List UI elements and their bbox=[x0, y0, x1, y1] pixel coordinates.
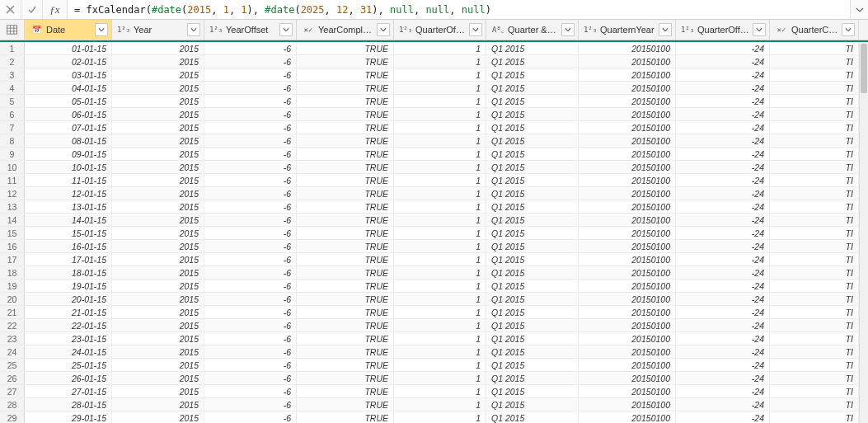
cell-year[interactable]: 2015 bbox=[112, 200, 204, 213]
cell-quarterandyear[interactable]: Q1 2015 bbox=[486, 187, 579, 200]
row-number[interactable]: 7 bbox=[0, 121, 25, 134]
row-number[interactable]: 6 bbox=[0, 108, 25, 120]
cell-quarternyear[interactable]: 20150100 bbox=[579, 214, 676, 226]
cell-quarterandyear[interactable]: Q1 2015 bbox=[486, 82, 579, 94]
cell-quarternyear[interactable]: 20150100 bbox=[579, 68, 676, 81]
cell-quartercompleted[interactable]: TI bbox=[770, 214, 859, 226]
cell-quarterofyear[interactable]: 1 bbox=[394, 240, 486, 252]
cell-quarterandyear[interactable]: Q1 2015 bbox=[486, 174, 579, 186]
cell-yearoffset[interactable]: -6 bbox=[204, 319, 297, 331]
cell-yearoffset[interactable]: -6 bbox=[204, 95, 297, 107]
cell-quarternyear[interactable]: 20150100 bbox=[579, 95, 676, 107]
table-row[interactable]: 1616-01-152015-6TRUE1Q1 201520150100-24T… bbox=[0, 240, 868, 253]
cell-yearcompleted[interactable]: TRUE bbox=[297, 174, 394, 186]
cell-quarterandyear[interactable]: Q1 2015 bbox=[486, 332, 579, 345]
cell-quarterandyear[interactable]: Q1 2015 bbox=[486, 42, 579, 54]
column-header-year[interactable]: 1²₃Year bbox=[112, 20, 204, 40]
row-number[interactable]: 4 bbox=[0, 82, 25, 94]
column-filter-button[interactable] bbox=[842, 23, 855, 36]
table-row[interactable]: 2626-01-152015-6TRUE1Q1 201520150100-24T… bbox=[0, 372, 868, 385]
cell-quarterofyear[interactable]: 1 bbox=[394, 174, 486, 186]
cell-quarteroffset[interactable]: -24 bbox=[676, 174, 770, 186]
cell-yearoffset[interactable]: -6 bbox=[204, 266, 297, 279]
column-header-date[interactable]: 📅Date bbox=[25, 20, 112, 40]
cell-quarteroffset[interactable]: -24 bbox=[676, 411, 770, 423]
table-row[interactable]: 2727-01-152015-6TRUE1Q1 201520150100-24T… bbox=[0, 385, 868, 398]
column-header-yearcompleted[interactable]: ✕✓YearCompleted bbox=[297, 20, 394, 40]
table-row[interactable]: 2020-01-152015-6TRUE1Q1 201520150100-24T… bbox=[0, 293, 868, 306]
cell-quarterofyear[interactable]: 1 bbox=[394, 161, 486, 173]
cell-yearoffset[interactable]: -6 bbox=[204, 42, 297, 54]
row-number[interactable]: 19 bbox=[0, 280, 25, 292]
formula-input[interactable]: = fxCalendar(#date(2015, 1, 1), #date(20… bbox=[68, 0, 850, 19]
cell-quarternyear[interactable]: 20150100 bbox=[579, 55, 676, 68]
cell-quarterofyear[interactable]: 1 bbox=[394, 200, 486, 213]
table-row[interactable]: 1818-01-152015-6TRUE1Q1 201520150100-24T… bbox=[0, 266, 868, 280]
cell-quartercompleted[interactable]: TI bbox=[770, 266, 859, 279]
cell-quarteroffset[interactable]: -24 bbox=[676, 359, 770, 371]
table-row[interactable]: 2525-01-152015-6TRUE1Q1 201520150100-24T… bbox=[0, 359, 868, 372]
cell-quarternyear[interactable]: 20150100 bbox=[579, 148, 676, 160]
vertical-scrollbar[interactable] bbox=[859, 42, 868, 423]
table-row[interactable]: 2424-01-152015-6TRUE1Q1 201520150100-24T… bbox=[0, 345, 868, 359]
cell-yearcompleted[interactable]: TRUE bbox=[297, 359, 394, 371]
cell-quartercompleted[interactable]: TI bbox=[770, 385, 859, 397]
cell-quarteroffset[interactable]: -24 bbox=[676, 121, 770, 134]
cell-yearoffset[interactable]: -6 bbox=[204, 82, 297, 94]
row-number[interactable]: 26 bbox=[0, 372, 25, 384]
cell-yearcompleted[interactable]: TRUE bbox=[297, 319, 394, 331]
table-row[interactable]: 2929-01-152015-6TRUE1Q1 201520150100-24T… bbox=[0, 411, 868, 423]
cell-year[interactable]: 2015 bbox=[112, 372, 204, 384]
cell-quarterandyear[interactable]: Q1 2015 bbox=[486, 240, 579, 252]
cell-date[interactable]: 22-01-15 bbox=[25, 319, 112, 331]
row-number[interactable]: 24 bbox=[0, 345, 25, 358]
cell-quarterandyear[interactable]: Q1 2015 bbox=[486, 148, 579, 160]
cell-quarteroffset[interactable]: -24 bbox=[676, 82, 770, 94]
cell-quarternyear[interactable]: 20150100 bbox=[579, 174, 676, 186]
cell-quarterofyear[interactable]: 1 bbox=[394, 266, 486, 279]
cell-yearoffset[interactable]: -6 bbox=[204, 345, 297, 358]
cell-quarternyear[interactable]: 20150100 bbox=[579, 42, 676, 54]
cell-quartercompleted[interactable]: TI bbox=[770, 200, 859, 213]
cell-date[interactable]: 28-01-15 bbox=[25, 398, 112, 411]
column-header-quarterandyear[interactable]: Aᴮ꜀Quarter & Year bbox=[486, 20, 579, 40]
cell-quartercompleted[interactable]: TI bbox=[770, 227, 859, 239]
cell-quarterandyear[interactable]: Q1 2015 bbox=[486, 134, 579, 147]
cell-quarteroffset[interactable]: -24 bbox=[676, 161, 770, 173]
cell-quarterandyear[interactable]: Q1 2015 bbox=[486, 121, 579, 134]
cell-quarterofyear[interactable]: 1 bbox=[394, 134, 486, 147]
cell-yearoffset[interactable]: -6 bbox=[204, 121, 297, 134]
cell-yearcompleted[interactable]: TRUE bbox=[297, 214, 394, 226]
cell-date[interactable]: 15-01-15 bbox=[25, 227, 112, 239]
column-header-quarternyear[interactable]: 1²₃QuarternYear bbox=[579, 20, 676, 40]
column-filter-button[interactable] bbox=[377, 23, 390, 36]
cell-yearoffset[interactable]: -6 bbox=[204, 240, 297, 252]
cell-date[interactable]: 29-01-15 bbox=[25, 411, 112, 423]
row-number[interactable]: 10 bbox=[0, 161, 25, 173]
cell-quarternyear[interactable]: 20150100 bbox=[579, 227, 676, 239]
cell-quarteroffset[interactable]: -24 bbox=[676, 332, 770, 345]
cell-date[interactable]: 25-01-15 bbox=[25, 359, 112, 371]
cell-yearoffset[interactable]: -6 bbox=[204, 187, 297, 200]
cell-quarteroffset[interactable]: -24 bbox=[676, 108, 770, 120]
cell-quarteroffset[interactable]: -24 bbox=[676, 319, 770, 331]
cell-quarteroffset[interactable]: -24 bbox=[676, 345, 770, 358]
cell-quarterofyear[interactable]: 1 bbox=[394, 253, 486, 266]
cell-yearoffset[interactable]: -6 bbox=[204, 293, 297, 305]
cell-yearoffset[interactable]: -6 bbox=[204, 161, 297, 173]
expand-formula-button[interactable] bbox=[850, 0, 868, 19]
cell-year[interactable]: 2015 bbox=[112, 398, 204, 411]
cell-quarternyear[interactable]: 20150100 bbox=[579, 359, 676, 371]
cell-date[interactable]: 06-01-15 bbox=[25, 108, 112, 120]
column-filter-button[interactable] bbox=[469, 23, 482, 36]
row-number[interactable]: 17 bbox=[0, 253, 25, 266]
cell-year[interactable]: 2015 bbox=[112, 332, 204, 345]
cell-yearoffset[interactable]: -6 bbox=[204, 108, 297, 120]
table-row[interactable]: 505-01-152015-6TRUE1Q1 201520150100-24TI bbox=[0, 95, 868, 108]
cell-year[interactable]: 2015 bbox=[112, 95, 204, 107]
row-number[interactable]: 14 bbox=[0, 214, 25, 226]
cell-yearcompleted[interactable]: TRUE bbox=[297, 187, 394, 200]
cell-quartercompleted[interactable]: TI bbox=[770, 253, 859, 266]
cell-quarterofyear[interactable]: 1 bbox=[394, 82, 486, 94]
cell-quarternyear[interactable]: 20150100 bbox=[579, 187, 676, 200]
